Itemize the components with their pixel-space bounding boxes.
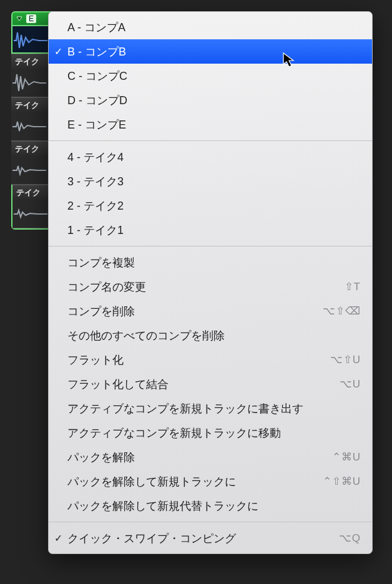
svg-marker-0 — [17, 17, 22, 21]
menu-item-label: 2 - テイク2 — [67, 198, 361, 213]
menu-item-label: コンプを複製 — [67, 255, 361, 270]
menu-item-comp[interactable]: ✓B - コンプB — [49, 39, 372, 64]
menu-separator — [49, 140, 372, 141]
menu-item-shortcut: ⌥⇧U — [330, 353, 361, 366]
waveform-icon — [14, 203, 47, 225]
take-label: テイク — [15, 56, 39, 67]
take-label: テイク — [15, 100, 39, 111]
waveform-icon — [12, 116, 46, 137]
checkmark-icon: ✓ — [49, 46, 67, 57]
menu-item-label: フラット化 — [67, 353, 330, 367]
comp-label: E — [26, 14, 36, 23]
menu-item-action[interactable]: フラット化⌥⇧U — [49, 348, 372, 372]
menu-item-action[interactable]: フラット化して結合⌥U — [49, 372, 372, 396]
menu-item-action[interactable]: その他のすべてのコンプを削除 — [49, 323, 372, 348]
take-folder-popup-menu: A - コンプA✓B - コンプBC - コンプCD - コンプDE - コンプ… — [48, 11, 373, 554]
menu-item-take[interactable]: 1 - テイク1 — [49, 218, 372, 242]
menu-item-label: E - コンプE — [67, 117, 361, 132]
menu-item-shortcut: ⌃⇧⌘U — [323, 475, 361, 488]
menu-item-label: A - コンプA — [67, 20, 361, 35]
menu-item-action[interactable]: アクティブなコンプを新規トラックに移動 — [49, 421, 372, 445]
menu-separator — [49, 522, 372, 522]
menu-item-shortcut: ⌥⇧⌫ — [323, 304, 361, 318]
disclosure-triangle-icon[interactable] — [15, 14, 24, 23]
menu-item-label: クイック・スワイプ・コンピング — [67, 531, 339, 546]
menu-item-shortcut: ⌥U — [340, 377, 361, 391]
menu-item-take[interactable]: 4 - テイク4 — [49, 145, 372, 169]
menu-item-action[interactable]: コンプを削除⌥⇧⌫ — [49, 299, 372, 323]
menu-item-label: 4 - テイク4 — [67, 150, 361, 165]
menu-item-label: 1 - テイク1 — [67, 223, 361, 238]
menu-item-comp[interactable]: C - コンプC — [49, 64, 372, 88]
menu-item-action[interactable]: パックを解除して新規トラックに⌃⇧⌘U — [49, 469, 372, 494]
menu-item-label: D - コンプD — [67, 93, 361, 108]
menu-item-action[interactable]: コンプを複製 — [49, 250, 372, 275]
menu-item-label: パックを解除して新規代替トラックに — [67, 499, 361, 513]
menu-item-take[interactable]: 3 - テイク3 — [49, 169, 372, 193]
take-label: テイク — [15, 144, 39, 155]
menu-item-action[interactable]: パックを解除⌃⌘U — [49, 445, 372, 469]
menu-item-action[interactable]: パックを解除して新規代替トラックに — [49, 494, 372, 518]
menu-separator — [49, 246, 372, 246]
menu-item-shortcut: ⌥Q — [339, 532, 361, 545]
menu-item-label: コンプ名の変更 — [67, 280, 345, 294]
waveform-icon — [12, 160, 46, 181]
menu-item-label: パックを解除 — [67, 450, 332, 465]
menu-item-label: その他のすべてのコンプを削除 — [67, 328, 361, 343]
menu-item-label: アクティブなコンプを新規トラックに書き出す — [67, 401, 361, 416]
menu-item-shortcut: ⇧T — [345, 280, 361, 293]
menu-item-comp[interactable]: A - コンプA — [49, 15, 372, 39]
waveform-icon — [12, 72, 46, 94]
menu-item-take[interactable]: 2 - テイク2 — [49, 193, 372, 218]
menu-item-action[interactable]: コンプ名の変更⇧T — [49, 275, 372, 299]
menu-item-shortcut: ⌃⌘U — [332, 450, 361, 464]
menu-item-label: B - コンプB — [67, 44, 361, 59]
menu-item-label: C - コンプC — [67, 69, 361, 84]
take-label: テイク — [16, 187, 41, 198]
checkmark-icon: ✓ — [49, 532, 67, 544]
menu-item-quick-swipe-comping[interactable]: ✓ クイック・スワイプ・コンピング ⌥Q — [49, 526, 372, 550]
menu-item-action[interactable]: アクティブなコンプを新規トラックに書き出す — [49, 396, 372, 421]
waveform-icon — [14, 30, 47, 51]
menu-item-label: コンプを削除 — [67, 304, 323, 319]
menu-item-comp[interactable]: D - コンプD — [49, 88, 372, 112]
menu-item-label: アクティブなコンプを新規トラックに移動 — [67, 426, 361, 440]
menu-item-label: フラット化して結合 — [67, 377, 340, 392]
menu-item-comp[interactable]: E - コンプE — [49, 112, 372, 137]
menu-item-label: パックを解除して新規トラックに — [67, 474, 323, 489]
menu-item-label: 3 - テイク3 — [67, 174, 361, 189]
